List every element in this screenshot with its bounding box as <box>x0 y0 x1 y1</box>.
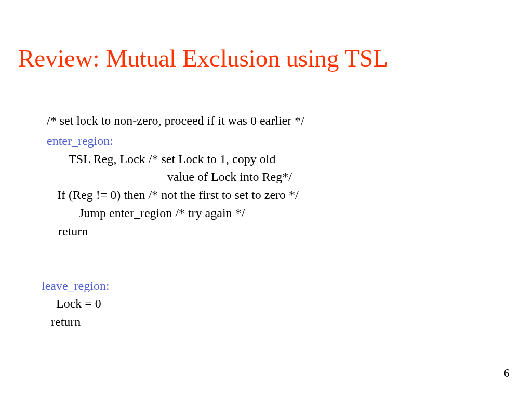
lock-zero-line: Lock = 0 <box>47 295 304 313</box>
slide-body: /* set lock to non-zero, proceed if it w… <box>47 112 304 331</box>
if-line: If (Reg != 0) then /* not the first to s… <box>47 186 304 204</box>
leave-block: leave_region: Lock = 0 return <box>47 277 304 331</box>
page-number: 6 <box>504 367 509 379</box>
top-comment: /* set lock to non-zero, proceed if it w… <box>47 112 304 130</box>
enter-region-label: enter_region: <box>47 132 304 150</box>
tsl-line-1: TSL Reg, Lock /* set Lock to 1, copy old <box>47 150 304 168</box>
jump-line: Jump enter_region /* try again */ <box>47 204 304 222</box>
slide-title: Review: Mutual Exclusion using TSL <box>18 44 388 72</box>
return-line-2: return <box>47 313 304 331</box>
return-line-1: return <box>47 222 304 241</box>
slide: Review: Mutual Exclusion using TSL /* se… <box>0 0 532 399</box>
tsl-line-2: value of Lock into Reg*/ <box>47 168 304 186</box>
leave-region-label: leave_region: <box>42 277 304 295</box>
